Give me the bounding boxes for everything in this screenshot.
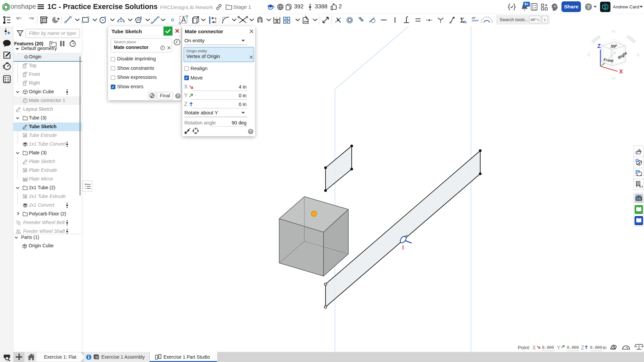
svg-text:in: in — [603, 345, 606, 350]
svg-text:x): x) — [640, 185, 643, 188]
svg-text:X: X — [619, 68, 623, 74]
svg-text:Point:: Point: — [518, 345, 530, 350]
svg-text:0.000: 0.000 — [542, 346, 554, 350]
svg-text:0.000: 0.000 — [567, 346, 579, 350]
svg-text:Z: Z — [597, 43, 601, 49]
svg-text:X: X — [532, 345, 536, 351]
svg-text:0.000: 0.000 — [590, 346, 602, 350]
svg-text:Z: Z — [581, 345, 584, 351]
svg-text:Y: Y — [557, 345, 560, 351]
